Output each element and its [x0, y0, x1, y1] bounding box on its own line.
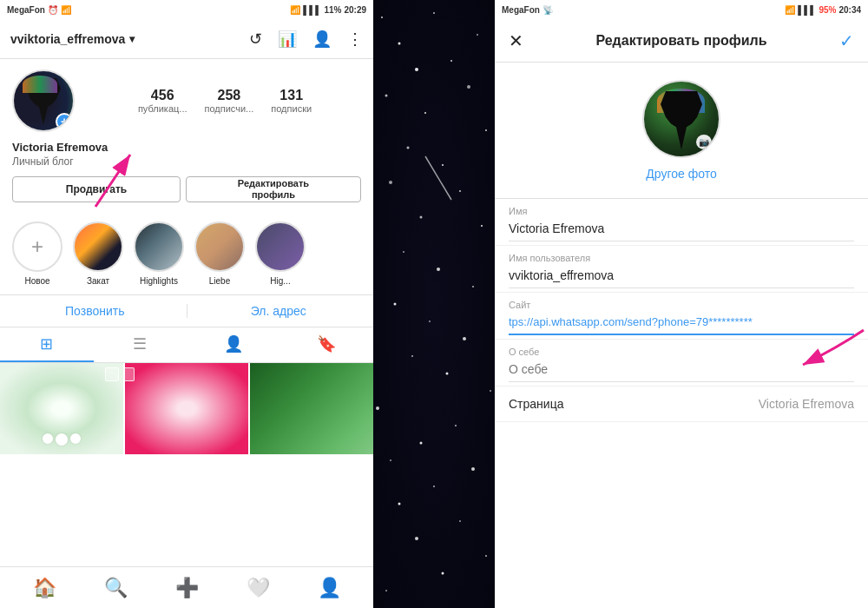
posts-count: 456	[151, 88, 174, 103]
svg-point-23	[411, 355, 413, 357]
dropdown-icon: ▾	[129, 33, 135, 45]
status-right-right: 📶 ▌▌▌ 95% 20:34	[785, 5, 861, 15]
svg-point-4	[477, 34, 478, 36]
wifi-icon-left: 📶	[290, 5, 300, 15]
photo-overlay-2	[125, 367, 135, 381]
tab-list[interactable]: ☰	[94, 327, 187, 362]
following-count: 131	[279, 88, 303, 103]
highlight-liebe[interactable]: Liebe	[194, 221, 245, 286]
about-input[interactable]	[509, 359, 854, 382]
svg-point-33	[459, 520, 461, 522]
svg-point-13	[389, 181, 392, 184]
followers-stat: 258 подписчи...	[205, 88, 254, 114]
close-edit-button[interactable]: ✕	[509, 30, 523, 51]
highlight-new[interactable]: + Новое	[12, 221, 62, 286]
svg-point-14	[459, 190, 461, 192]
svg-point-22	[463, 337, 466, 340]
time-right: 20:34	[838, 5, 861, 15]
about-field: О себе	[495, 340, 868, 387]
svg-point-10	[485, 129, 487, 131]
svg-point-17	[403, 251, 404, 253]
promote-button[interactable]: Продвигать	[12, 176, 181, 202]
highlight-label-liebe: Liebe	[209, 276, 230, 286]
edit-form: Имя Имя пользователя Сайт О себе Страниц…	[495, 199, 868, 608]
add-post-nav-icon[interactable]: ➕	[175, 577, 199, 599]
change-photo-button[interactable]: Другое фото	[646, 167, 716, 181]
photo-3[interactable]	[250, 363, 373, 454]
sim-icon-right: 📡	[542, 5, 553, 15]
home-nav-icon[interactable]: 🏠	[33, 577, 56, 599]
username-input[interactable]	[509, 265, 854, 288]
umbrella-shape	[23, 76, 57, 93]
highlights-circle	[134, 221, 184, 272]
left-phone: MegaFon ⏰ 📶 📶 ▌▌▌ 11% 20:29 vviktoria_ef…	[0, 0, 373, 608]
highlight-label-sunset: Закат	[87, 276, 109, 286]
tab-grid[interactable]: ⊞	[0, 327, 94, 362]
svg-point-37	[385, 590, 387, 591]
email-button[interactable]: Эл. адрес	[196, 304, 362, 318]
profile-nav-icon[interactable]: 👤	[318, 577, 341, 599]
status-bar-left-info: MegaFon ⏰ 📶	[7, 5, 71, 15]
svg-point-36	[442, 572, 444, 575]
highlight-sunset[interactable]: Закат	[73, 221, 123, 286]
svg-point-8	[424, 112, 426, 114]
site-input[interactable]	[509, 312, 854, 335]
followers-label: подписчи...	[205, 103, 254, 114]
highlight-partial[interactable]: Hig...	[255, 221, 306, 286]
edit-btn-label: Редактироватьпрофиль	[238, 178, 309, 201]
svg-point-16	[481, 225, 483, 227]
right-phone: MegaFon 📡 📶 ▌▌▌ 95% 20:34 ✕ Редактироват…	[495, 0, 868, 608]
username-area[interactable]: vviktoria_effremova ▾	[10, 32, 135, 46]
svg-point-20	[394, 303, 397, 306]
highlight-highlights[interactable]: Highlights	[134, 221, 184, 286]
status-right-left: MegaFon 📡	[502, 5, 553, 15]
svg-point-18	[437, 268, 440, 271]
name-input[interactable]	[509, 218, 854, 241]
svg-line-38	[425, 156, 451, 200]
tab-tagged[interactable]: 👤	[187, 327, 280, 362]
add-to-story-btn[interactable]: +	[56, 113, 73, 130]
divider-vertical	[187, 304, 187, 318]
heart-nav-icon[interactable]: 🤍	[247, 577, 270, 599]
confirm-edit-button[interactable]: ✓	[839, 30, 854, 51]
page-value: Victoria Efremova	[759, 397, 854, 411]
nav-icons: ↺ 📊 👤 ⋮	[249, 30, 363, 49]
bottom-nav-left: 🏠 🔍 ➕ 🤍 👤	[0, 566, 373, 608]
site-label: Сайт	[509, 300, 854, 310]
history-icon[interactable]: ↺	[249, 30, 262, 49]
liebe-circle	[194, 221, 245, 272]
edit-avatar: 📷	[642, 80, 720, 158]
username-text: vviktoria_effremova	[10, 32, 125, 46]
page-field[interactable]: Страница Victoria Efremova	[495, 387, 868, 422]
stats-icon[interactable]: 📊	[278, 30, 297, 49]
carrier-left: MegaFon	[7, 5, 45, 15]
posts-label: публикац...	[138, 103, 187, 114]
highlight-label-highlights: Highlights	[140, 276, 178, 286]
divider-starry-sky	[373, 0, 495, 608]
svg-point-28	[420, 442, 423, 445]
svg-point-30	[471, 467, 475, 471]
photo-1[interactable]	[0, 363, 123, 454]
profile-buttons: Продвигать Редактироватьпрофиль	[12, 176, 361, 202]
name-label: Имя	[509, 206, 854, 216]
sunset-circle	[73, 221, 123, 272]
tab-saved[interactable]: 🔖	[280, 327, 374, 362]
signal-icon-right: ▌▌▌	[798, 5, 816, 15]
add-person-icon[interactable]: 👤	[312, 30, 332, 49]
svg-point-24	[446, 373, 449, 375]
edit-profile-button[interactable]: Редактироватьпрофиль	[186, 176, 361, 202]
username-label: Имя пользователя	[509, 253, 854, 263]
sim-icon: 📶	[61, 5, 71, 15]
profile-section: + 456 публикац... 258 подписчи... 131 по…	[0, 59, 373, 213]
contact-buttons: Позвонить Эл. адрес	[0, 295, 373, 327]
profile-top: + 456 публикац... 258 подписчи... 131 по…	[12, 69, 361, 132]
posts-stat: 456 публикац...	[138, 88, 187, 114]
search-nav-icon[interactable]: 🔍	[104, 577, 128, 599]
page-label: Страница	[509, 397, 563, 411]
svg-point-21	[429, 321, 431, 322]
svg-point-35	[485, 555, 487, 557]
photo-2[interactable]	[125, 363, 248, 454]
more-icon[interactable]: ⋮	[347, 30, 363, 49]
call-button[interactable]: Позвонить	[12, 304, 178, 318]
svg-point-9	[467, 85, 470, 89]
